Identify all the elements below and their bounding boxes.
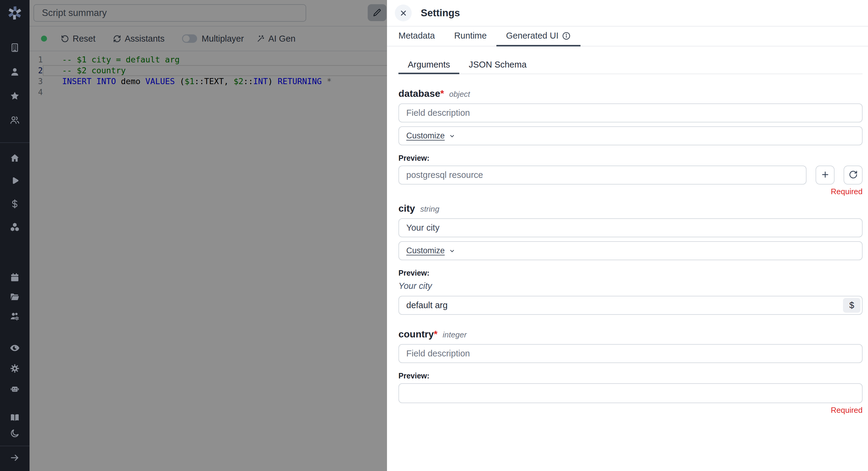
tab-generated-ui[interactable]: Generated UI: [496, 27, 581, 47]
drawer-header: Settings: [387, 0, 868, 27]
subtab-arguments[interactable]: Arguments: [398, 57, 459, 74]
field-head: database*object: [398, 88, 863, 99]
required-asterisk: *: [434, 329, 437, 340]
drawer-title: Settings: [421, 7, 460, 19]
preview-resource-input[interactable]: [398, 166, 807, 184]
field-name: database*: [398, 88, 444, 99]
plus-icon: [821, 170, 830, 180]
customize-toggle[interactable]: Customize: [406, 131, 456, 141]
preview-label: Preview:: [398, 372, 863, 380]
tab-runtime[interactable]: Runtime: [444, 27, 496, 47]
sidebar: [0, 0, 30, 471]
preview-description: Your city: [398, 281, 863, 291]
preview-value-input[interactable]: [398, 296, 863, 315]
sidebar-users-icon[interactable]: [6, 112, 23, 128]
customize-box: Customize: [398, 126, 863, 145]
subtab-json-schema[interactable]: JSON Schema: [459, 57, 536, 74]
refresh-icon: [849, 170, 858, 180]
sidebar-arrow-right-icon[interactable]: [6, 449, 23, 466]
field-name: city: [398, 203, 415, 214]
dollar-button[interactable]: $: [843, 298, 861, 313]
sidebar-calendar-icon[interactable]: [6, 269, 23, 286]
required-note: Required: [398, 406, 863, 415]
customize-toggle[interactable]: Customize: [406, 246, 456, 256]
required-asterisk: *: [440, 88, 444, 99]
preview-label: Preview:: [398, 154, 863, 163]
field-description-input[interactable]: [398, 344, 863, 363]
sidebar-user-icon[interactable]: [6, 63, 23, 80]
argument-fields: database*objectCustomizePreview:Required…: [398, 88, 863, 415]
windmill-logo-icon[interactable]: [5, 4, 24, 22]
field-country: country*integerPreview:Required: [398, 329, 863, 415]
chevron-down-icon: [448, 133, 456, 140]
preview-empty-input[interactable]: [398, 383, 863, 403]
sidebar-folder-open-icon[interactable]: [6, 288, 23, 305]
field-database: database*objectCustomizePreview:Required: [398, 88, 863, 196]
sidebar-eye-icon[interactable]: [6, 340, 23, 356]
app-window: Reset Assistants Multiplayer AI Gen 1234…: [0, 0, 868, 471]
chevron-down-icon: [448, 247, 456, 255]
settings-tabs: MetadataRuntimeGenerated UI: [387, 27, 868, 47]
refresh-button[interactable]: [844, 166, 863, 184]
field-city: citystringCustomizePreview:Your city$: [398, 203, 863, 315]
preview-input-wrap: $: [398, 296, 863, 315]
field-type: integer: [443, 330, 467, 340]
info-icon: [562, 31, 571, 40]
sidebar-bot-icon[interactable]: [6, 381, 23, 398]
settings-drawer: Settings MetadataRuntimeGenerated UI Arg…: [387, 0, 868, 471]
field-head: citystring: [398, 203, 863, 214]
sidebar-book-open-icon[interactable]: [6, 410, 23, 425]
required-note: Required: [398, 187, 863, 196]
sidebar-moon-icon[interactable]: [6, 426, 23, 441]
field-name: country*: [398, 329, 438, 340]
sidebar-star-icon[interactable]: [6, 87, 23, 104]
sidebar-boxes-icon[interactable]: [6, 218, 23, 235]
sidebar-dollar-icon[interactable]: [6, 196, 23, 212]
plus-button[interactable]: [815, 166, 835, 184]
drawer-body: ArgumentsJSON Schema database*objectCust…: [387, 47, 868, 471]
field-description-input[interactable]: [398, 104, 863, 122]
sidebar-settings-icon[interactable]: [6, 360, 23, 377]
preview-row: [398, 166, 863, 184]
preview-label: Preview:: [398, 269, 863, 277]
tab-metadata[interactable]: Metadata: [398, 27, 444, 47]
sidebar-building-icon[interactable]: [6, 39, 23, 56]
close-button[interactable]: [395, 4, 412, 22]
field-type: string: [420, 204, 439, 214]
customize-box: Customize: [398, 241, 863, 260]
schema-subtabs: ArgumentsJSON Schema: [398, 57, 863, 74]
sidebar-home-icon[interactable]: [6, 150, 23, 167]
field-type: object: [449, 90, 470, 99]
field-description-input[interactable]: [398, 218, 863, 237]
sidebar-divider: [0, 142, 30, 143]
sidebar-play-icon[interactable]: [6, 173, 23, 189]
field-head: country*integer: [398, 329, 863, 340]
sidebar-users-cog-icon[interactable]: [6, 307, 23, 324]
sidebar-divider: [0, 446, 30, 446]
